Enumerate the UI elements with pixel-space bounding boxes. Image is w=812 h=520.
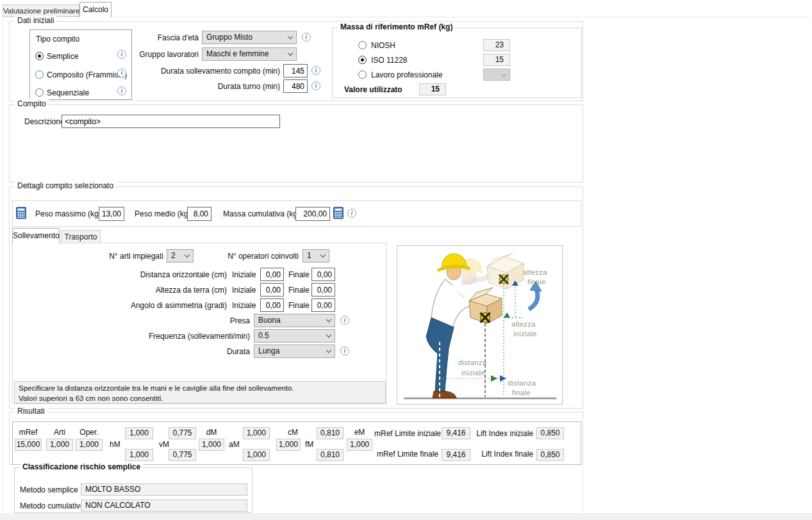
mref-field: 15,000 — [15, 439, 42, 451]
group-massa-riferimento-title: Massa di riferimento mRef (kg) — [338, 22, 455, 32]
finale-label: Finale — [288, 299, 310, 312]
massa-cumulativa-input[interactable] — [295, 207, 330, 221]
group-compito-title: Compito — [15, 99, 49, 109]
am-iniziale-field: 1,000 — [243, 427, 270, 439]
distanza-orizzontale-label: Distanza orizzontale (cm) — [51, 268, 227, 281]
hand-marker-initial — [481, 313, 490, 323]
illustration-label-altezza-finale-2: finale — [527, 278, 546, 286]
cm-label: cM — [283, 426, 302, 439]
chevron-down-icon — [288, 34, 293, 39]
altezza-terra-label: Altezza da terra (cm) — [51, 284, 227, 297]
angolo-asimmetria-finale-input[interactable] — [311, 298, 335, 312]
valore-utilizzato-field: 15 — [419, 83, 446, 95]
group-classificazione-title: Classificazione rischio semplice — [20, 462, 143, 472]
info-icon[interactable]: i — [340, 346, 349, 355]
radio-iso-11228[interactable] — [358, 56, 367, 64]
distanza-orizzontale-iniziale-input[interactable] — [260, 268, 284, 281]
fascia-eta-select[interactable]: Gruppo Misto — [202, 31, 297, 44]
altezza-terra-iniziale-input[interactable] — [260, 283, 284, 297]
lift-index-finale-label: Lift Index finale — [469, 448, 533, 460]
arti-label: Arti — [46, 426, 73, 439]
fm-finale-field: 0,810 — [317, 449, 344, 461]
dm-field: 1,000 — [199, 439, 224, 451]
durata-sollevamento-label: Durata sollevamento compito (min) — [10, 65, 280, 77]
illustration-label-altezza-iniziale: altezza — [511, 320, 536, 328]
illustration-label-distanza-finale-2: finale — [512, 389, 531, 396]
calculator-icon[interactable] — [16, 207, 26, 219]
radio-niosh[interactable] — [358, 41, 367, 49]
iniziale-label: Iniziale — [232, 284, 256, 297]
radio-niosh-label: NIOSH — [371, 39, 395, 52]
em-field: 1,000 — [347, 439, 372, 451]
oper-field: 1,000 — [76, 439, 103, 451]
info-icon[interactable]: i — [340, 316, 349, 325]
gruppo-lavoratori-select[interactable]: Maschi e femmine — [202, 47, 297, 61]
durata-select[interactable]: Lunga — [254, 345, 335, 358]
operatori-label: N° operatori coinvolti — [173, 250, 299, 263]
am-label: aM — [229, 438, 240, 451]
gruppo-lavoratori-label: Gruppo lavoratori — [10, 48, 199, 61]
valore-utilizzato-label: Valore utilizzato — [344, 83, 402, 96]
tab-sollevamento[interactable]: Sollevamento — [12, 228, 60, 243]
tab-calcolo[interactable]: Calcolo — [79, 2, 112, 17]
group-dati-iniziali-title: Dati iniziali — [15, 16, 56, 26]
info-icon[interactable]: i — [311, 66, 320, 75]
peso-medio-label: Peso medio (kg) — [135, 207, 190, 220]
fm-iniziale-field: 0,810 — [317, 427, 344, 439]
distanza-orizzontale-finale-input[interactable] — [311, 268, 335, 281]
descrizione-input[interactable] — [62, 115, 280, 128]
chevron-down-icon — [326, 332, 331, 337]
presa-label: Presa — [122, 314, 250, 327]
illustration-label-distanza-finale: distanza — [508, 379, 536, 387]
group-dettagli-compito: Dettagli compito selezionato Peso massim… — [9, 186, 583, 409]
illustration-label-distanza-iniziale-2: iniziale — [461, 369, 485, 377]
calculator-icon[interactable] — [333, 207, 344, 219]
vm-finale-field: 0,775 — [169, 449, 196, 461]
oper-label: Oper. — [76, 426, 103, 439]
info-icon[interactable]: i — [347, 209, 356, 218]
tabpage-top-border — [2, 17, 810, 17]
peso-medio-input[interactable] — [187, 207, 211, 221]
niosh-value-field: 23 — [483, 39, 510, 51]
radio-lavoro-professionale-label: Lavoro professionale — [371, 69, 442, 81]
altezza-terra-finale-input[interactable] — [311, 283, 335, 297]
group-risultati-title: Risultati — [15, 407, 47, 416]
group-compito: Compito Descrizione — [9, 104, 583, 183]
arti-impiegati-label: N° arti impiegati — [38, 250, 163, 263]
frequenza-label: Frequenza (sollevamenti/min) — [122, 330, 250, 343]
presa-select[interactable]: Buona — [254, 314, 335, 327]
metodo-semplice-field: MOLTO BASSO — [81, 483, 247, 496]
operatori-select[interactable]: 1 — [302, 249, 329, 263]
mref-limite-iniziale-field: 9,416 — [442, 427, 470, 439]
info-icon[interactable]: i — [311, 81, 320, 90]
risultati-strip: mRef 15,000 Arti 1,000 Oper. 1,000 hM 1,… — [12, 421, 581, 465]
chevron-down-icon — [288, 51, 293, 56]
peso-massimo-label: Peso massimo (kg) — [35, 207, 101, 220]
radio-lavoro-professionale[interactable] — [358, 70, 367, 79]
tab-valutazione-preliminare[interactable]: Valutazione preliminare — [3, 4, 79, 17]
vm-label: vM — [159, 438, 169, 451]
illustration-label-altezza-finale: altezza — [523, 268, 547, 276]
chevron-down-icon — [326, 317, 331, 322]
group-risultati: Risultati mRef 15,000 Arti 1,000 Oper. 1… — [9, 412, 583, 465]
presa-value: Buona — [258, 316, 281, 325]
tab-trasporto[interactable]: Trasporto — [61, 230, 101, 243]
group-dettagli-compito-title: Dettagli compito selezionato — [15, 181, 116, 191]
peso-massimo-input[interactable] — [99, 207, 124, 221]
durata-label: Durata — [122, 345, 250, 358]
validation-note-line2: Valori superiori a 63 cm non sono consen… — [19, 393, 381, 403]
status-bar — [0, 514, 812, 520]
app-window: Valutazione preliminare Calcolo Dati ini… — [0, 0, 812, 520]
em-label: eM — [350, 426, 369, 439]
durata-sollevamento-input[interactable] — [283, 64, 308, 77]
info-icon[interactable]: i — [302, 33, 311, 42]
validation-note-line1: Specificare la distanza orizzontale tra … — [19, 383, 381, 393]
finale-label: Finale — [288, 284, 310, 297]
operatori-value: 1 — [307, 251, 311, 260]
durata-turno-label: Durata turno (min) — [10, 80, 280, 93]
angolo-asimmetria-iniziale-input[interactable] — [260, 298, 284, 312]
mref-limite-finale-label: mRef Limite finale — [374, 448, 438, 460]
frequenza-select[interactable]: 0.5 — [254, 329, 335, 343]
durata-turno-input[interactable] — [283, 79, 308, 93]
chevron-down-icon — [326, 348, 331, 353]
